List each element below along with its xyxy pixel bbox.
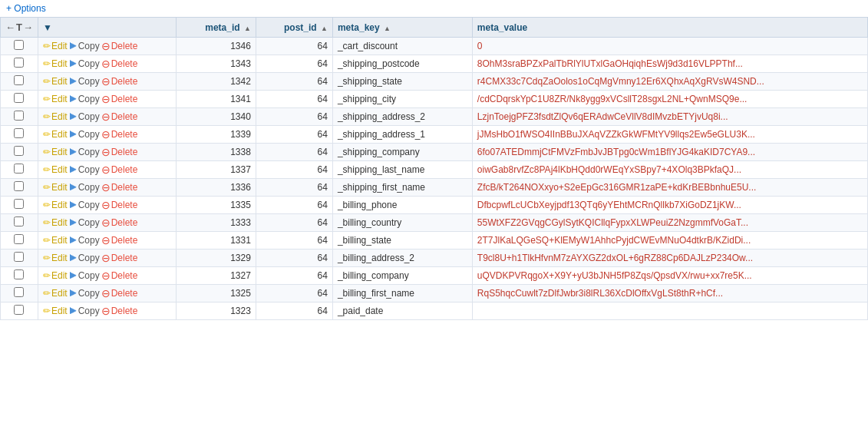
row-post-id: 64 [256, 179, 332, 197]
copy-button[interactable]: ⯈Copy [69, 94, 100, 104]
edit-button[interactable]: ✏Edit [43, 58, 68, 69]
delete-button[interactable]: ⊖Delete [101, 305, 138, 317]
delete-button[interactable]: ⊖Delete [101, 252, 138, 264]
th-checkbox: ← T → [1, 18, 38, 38]
delete-button[interactable]: ⊖Delete [101, 164, 138, 176]
edit-button[interactable]: ✏Edit [43, 253, 68, 263]
copy-button[interactable]: ⯈Copy [69, 41, 100, 51]
row-checkbox[interactable] [14, 252, 24, 262]
copy-button[interactable]: ⯈Copy [69, 147, 100, 157]
edit-button[interactable]: ✏Edit [43, 147, 68, 157]
edit-button[interactable]: ✏Edit [43, 41, 68, 51]
row-meta-key: _paid_date [332, 302, 472, 320]
arrow-right[interactable]: → [23, 21, 33, 33]
th-meta-value[interactable]: meta_value [472, 18, 867, 38]
edit-button[interactable]: ✏Edit [43, 217, 68, 228]
delete-label: Delete [111, 76, 138, 87]
action-buttons: ✏Edit ⯈Copy ⊖Delete [43, 93, 171, 105]
options-link[interactable]: + Options [6, 3, 46, 14]
delete-button[interactable]: ⊖Delete [101, 93, 138, 105]
row-checkbox[interactable] [14, 40, 24, 50]
delete-label: Delete [111, 253, 138, 263]
delete-button[interactable]: ⊖Delete [101, 216, 138, 229]
row-checkbox[interactable] [14, 93, 24, 103]
row-actions-cell: ✏Edit ⯈Copy ⊖Delete [38, 144, 176, 161]
delete-label: Delete [111, 94, 138, 104]
table-row: ✏Edit ⯈Copy ⊖Delete132964_billing_addres… [1, 250, 868, 267]
copy-button[interactable]: ⯈Copy [69, 288, 100, 299]
copy-button[interactable]: ⯈Copy [69, 111, 100, 122]
row-checkbox[interactable] [14, 269, 24, 279]
pencil-icon: ✏ [43, 94, 51, 104]
row-checkbox[interactable] [14, 164, 24, 174]
delete-button[interactable]: ⊖Delete [101, 75, 138, 88]
copy-label: Copy [78, 253, 100, 263]
delete-button[interactable]: ⊖Delete [101, 181, 138, 193]
delete-button[interactable]: ⊖Delete [101, 269, 138, 282]
edit-button[interactable]: ✏Edit [43, 288, 68, 299]
copy-label: Copy [78, 129, 100, 140]
delete-button[interactable]: ⊖Delete [101, 58, 138, 70]
copy-button[interactable]: ⯈Copy [69, 217, 100, 228]
copy-label: Copy [78, 58, 100, 69]
edit-button[interactable]: ✏Edit [43, 111, 68, 122]
delete-button[interactable]: ⊖Delete [101, 287, 138, 299]
edit-button[interactable]: ✏Edit [43, 164, 68, 175]
copy-button[interactable]: ⯈Copy [69, 253, 100, 263]
edit-button[interactable]: ✏Edit [43, 129, 68, 140]
delete-icon: ⊖ [101, 128, 111, 140]
delete-label: Delete [111, 111, 138, 122]
pencil-icon: ✏ [43, 306, 51, 316]
action-buttons: ✏Edit ⯈Copy ⊖Delete [43, 146, 171, 158]
copy-button[interactable]: ⯈Copy [69, 182, 100, 193]
copy-button[interactable]: ⯈Copy [69, 235, 100, 246]
meta-id-sort-icon: ▲ [244, 25, 251, 32]
edit-button[interactable]: ✏Edit [43, 76, 68, 87]
copy-button[interactable]: ⯈Copy [69, 306, 100, 316]
edit-button[interactable]: ✏Edit [43, 182, 68, 193]
th-meta-id[interactable]: meta_id ▲ [176, 18, 256, 38]
copy-button[interactable]: ⯈Copy [69, 129, 100, 140]
row-checkbox[interactable] [14, 75, 24, 85]
row-checkbox[interactable] [14, 287, 24, 297]
row-checkbox[interactable] [14, 58, 24, 68]
row-checkbox[interactable] [14, 199, 24, 209]
arrow-left[interactable]: ← [5, 21, 15, 33]
delete-button[interactable]: ⊖Delete [101, 146, 138, 158]
copy-button[interactable]: ⯈Copy [69, 164, 100, 175]
delete-label: Delete [111, 270, 138, 281]
copy-icon: ⯈ [69, 200, 78, 210]
copy-button[interactable]: ⯈Copy [69, 270, 100, 281]
row-checkbox[interactable] [14, 181, 24, 191]
delete-label: Delete [111, 288, 138, 299]
row-checkbox[interactable] [14, 128, 24, 138]
action-buttons: ✏Edit ⯈Copy ⊖Delete [43, 58, 171, 70]
row-checkbox[interactable] [14, 216, 24, 226]
delete-button[interactable]: ⊖Delete [101, 40, 138, 52]
edit-button[interactable]: ✏Edit [43, 94, 68, 104]
row-checkbox[interactable] [14, 305, 24, 315]
row-checkbox[interactable] [14, 146, 24, 156]
row-checkbox[interactable] [14, 111, 24, 121]
edit-button[interactable]: ✏Edit [43, 306, 68, 316]
delete-button[interactable]: ⊖Delete [101, 111, 138, 123]
row-checkbox-cell [1, 73, 38, 91]
action-buttons: ✏Edit ⯈Copy ⊖Delete [43, 75, 171, 88]
row-checkbox[interactable] [14, 234, 24, 244]
delete-button[interactable]: ⊖Delete [101, 128, 138, 140]
edit-button[interactable]: ✏Edit [43, 270, 68, 281]
sort-down-icon[interactable]: ▼ [43, 22, 52, 33]
action-buttons: ✏Edit ⯈Copy ⊖Delete [43, 287, 171, 299]
table-row: ✏Edit ⯈Copy ⊖Delete133864_shipping_compa… [1, 144, 868, 161]
th-meta-key[interactable]: meta_key ▲ [332, 18, 472, 38]
row-meta-value: DfbcpwfLcUCbXeyjpdf13QTq6yYEhtMCRnQllkb7… [472, 197, 867, 214]
row-meta-key: _shipping_postcode [332, 55, 472, 73]
th-post-id[interactable]: post_id ▲ [256, 18, 332, 38]
edit-button[interactable]: ✏Edit [43, 200, 68, 210]
delete-button[interactable]: ⊖Delete [101, 234, 138, 246]
copy-button[interactable]: ⯈Copy [69, 76, 100, 87]
edit-button[interactable]: ✏Edit [43, 235, 68, 246]
copy-button[interactable]: ⯈Copy [69, 200, 100, 210]
delete-button[interactable]: ⊖Delete [101, 199, 138, 211]
copy-button[interactable]: ⯈Copy [69, 58, 100, 69]
